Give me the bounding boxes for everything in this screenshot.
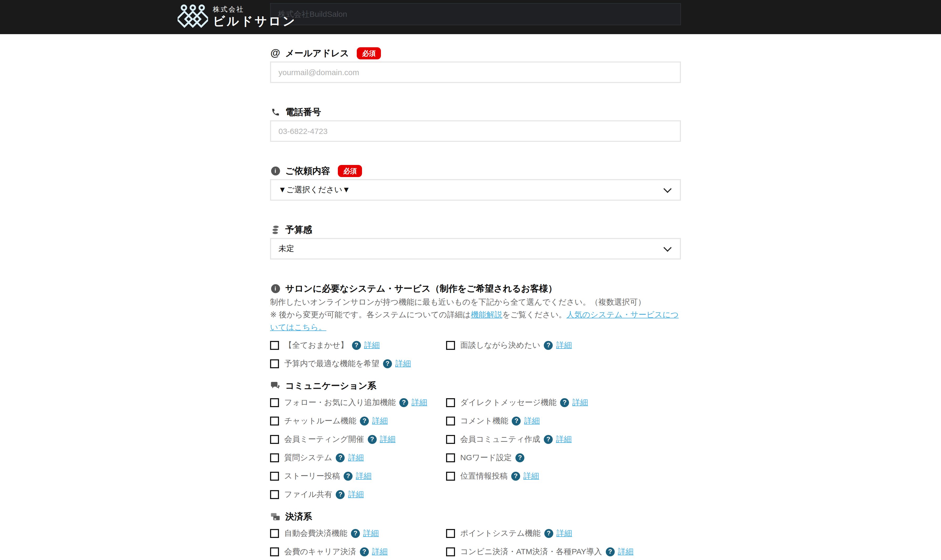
checkbox[interactable] (270, 490, 279, 499)
service-option-label: 予算内で最適な機能を希望 (284, 358, 379, 369)
detail-link[interactable]: 詳細 (556, 434, 572, 444)
detail-link[interactable]: 詳細 (380, 434, 396, 444)
checkbox[interactable] (446, 529, 455, 538)
checkbox[interactable] (446, 341, 455, 349)
checkbox[interactable] (270, 453, 279, 462)
email-input[interactable] (270, 62, 681, 83)
service-option[interactable]: コメント機能?詳細 (446, 415, 681, 426)
checkbox[interactable] (446, 398, 455, 407)
service-option[interactable]: ファイル共有?詳細 (270, 489, 446, 500)
service-option[interactable]: 【全ておまかせ】?詳細 (270, 340, 446, 351)
detail-link[interactable]: 詳細 (556, 340, 572, 350)
service-option[interactable]: 予算内で最適な機能を希望?詳細 (270, 358, 446, 369)
feature-guide-link[interactable]: 機能解説 (471, 310, 502, 319)
help-icon[interactable]: ? (399, 398, 408, 407)
payment-group-label: 決済系 (285, 510, 312, 522)
checkbox[interactable] (446, 416, 455, 425)
service-option[interactable]: 質問システム?詳細 (270, 452, 446, 463)
detail-link[interactable]: 詳細 (572, 397, 588, 408)
phone-input[interactable] (270, 120, 681, 142)
checkbox[interactable] (270, 398, 279, 407)
detail-link[interactable]: 詳細 (356, 471, 372, 481)
service-option[interactable]: フォロー・お気に入り追加機能?詳細 (270, 397, 446, 408)
service-option[interactable]: 会費のキャリア決済?詳細 (270, 546, 446, 557)
chevron-down-icon (663, 243, 672, 251)
service-option-label: 面談しながら決めたい (460, 340, 540, 350)
info-icon: i (270, 166, 281, 175)
help-icon[interactable]: ? (352, 341, 361, 349)
help-icon[interactable]: ? (544, 341, 553, 349)
buildsalon-logo-icon (178, 4, 208, 29)
help-icon[interactable]: ? (511, 471, 520, 480)
detail-link[interactable]: 詳細 (395, 358, 411, 369)
checkbox[interactable] (270, 547, 279, 556)
detail-link[interactable]: 詳細 (363, 528, 379, 538)
help-icon[interactable]: ? (515, 453, 524, 462)
checkbox[interactable] (270, 341, 279, 349)
communication-options-grid: フォロー・お気に入り追加機能?詳細ダイレクトメッセージ機能?詳細チャットルーム機… (270, 397, 681, 500)
help-icon[interactable]: ? (512, 416, 521, 425)
detail-link[interactable]: 詳細 (523, 471, 539, 481)
service-option[interactable]: NGワード設定? (446, 452, 681, 463)
services-description-line2: ※ 後から変更が可能です。各システムについての詳細は機能解説をご覧ください。人気… (270, 308, 681, 334)
detail-link[interactable]: 詳細 (411, 397, 427, 408)
chat-icon (270, 381, 281, 390)
request-field-group: i ご依頼内容 必須 ▼ご選択ください▼ (270, 166, 681, 201)
checkbox[interactable] (446, 453, 455, 462)
email-label: メールアドレス (285, 47, 349, 59)
service-option-label: 位置情報投稿 (460, 471, 507, 481)
detail-link[interactable]: 詳細 (524, 416, 540, 426)
service-option[interactable]: ポイントシステム機能?詳細 (446, 528, 681, 538)
service-option[interactable]: ダイレクトメッセージ機能?詳細 (446, 397, 681, 408)
description-text: をご覧ください。 (502, 310, 566, 319)
service-option[interactable]: 面談しながら決めたい?詳細 (446, 340, 681, 351)
help-icon[interactable]: ? (606, 547, 615, 556)
service-option[interactable]: 会員コミュニティ作成?詳細 (446, 434, 681, 445)
service-option-label: 【全ておまかせ】 (284, 340, 348, 350)
checkbox[interactable] (446, 471, 455, 480)
service-option-label: ダイレクトメッセージ機能 (460, 397, 557, 408)
budget-label-row: 予算感 (270, 224, 681, 235)
checkbox[interactable] (270, 359, 279, 368)
service-option[interactable]: コンビニ決済・ATM決済・各種PAY導入?詳細 (446, 546, 681, 557)
help-icon[interactable]: ? (336, 453, 345, 462)
service-option[interactable]: 位置情報投稿?詳細 (446, 471, 681, 481)
checkbox[interactable] (270, 435, 279, 444)
detail-link[interactable]: 詳細 (348, 452, 364, 463)
help-icon[interactable]: ? (336, 490, 345, 499)
checkbox[interactable] (270, 471, 279, 480)
payment-group-heading: 決済系 (270, 511, 681, 522)
help-icon[interactable]: ? (383, 359, 392, 368)
service-option-label: ファイル共有 (284, 489, 332, 499)
service-option[interactable]: ストーリー投稿?詳細 (270, 471, 446, 481)
detail-link[interactable]: 詳細 (364, 340, 380, 350)
logo[interactable]: 株式会社 ビルドサロン (178, 4, 296, 29)
checkbox[interactable] (270, 416, 279, 425)
request-select[interactable]: ▼ご選択ください▼ (270, 179, 681, 201)
checkbox[interactable] (446, 435, 455, 444)
help-icon[interactable]: ? (351, 529, 360, 538)
checkbox[interactable] (270, 529, 279, 538)
help-icon[interactable]: ? (360, 547, 369, 556)
help-icon[interactable]: ? (344, 471, 352, 480)
service-option[interactable]: チャットルーム機能?詳細 (270, 415, 446, 426)
help-icon[interactable]: ? (368, 435, 377, 444)
detail-link[interactable]: 詳細 (372, 416, 388, 426)
help-icon[interactable]: ? (560, 398, 569, 407)
service-option-label: ポイントシステム機能 (460, 528, 541, 538)
required-badge: 必須 (357, 47, 381, 59)
help-icon[interactable]: ? (544, 529, 553, 538)
detail-link[interactable]: 詳細 (618, 547, 633, 557)
checkbox[interactable] (446, 547, 455, 556)
info-icon: i (270, 284, 281, 293)
service-option[interactable]: 自動会費決済機能?詳細 (270, 528, 446, 538)
help-icon[interactable]: ? (544, 435, 553, 444)
service-option[interactable]: 会員ミーティング開催?詳細 (270, 434, 446, 445)
detail-link[interactable]: 詳細 (557, 528, 572, 538)
detail-link[interactable]: 詳細 (372, 547, 388, 557)
detail-link[interactable]: 詳細 (348, 489, 364, 499)
service-option-label: コメント機能 (460, 416, 508, 426)
budget-select[interactable]: 未定 (270, 238, 681, 260)
help-icon[interactable]: ? (360, 416, 369, 425)
request-label: ご依頼内容 (285, 165, 330, 177)
